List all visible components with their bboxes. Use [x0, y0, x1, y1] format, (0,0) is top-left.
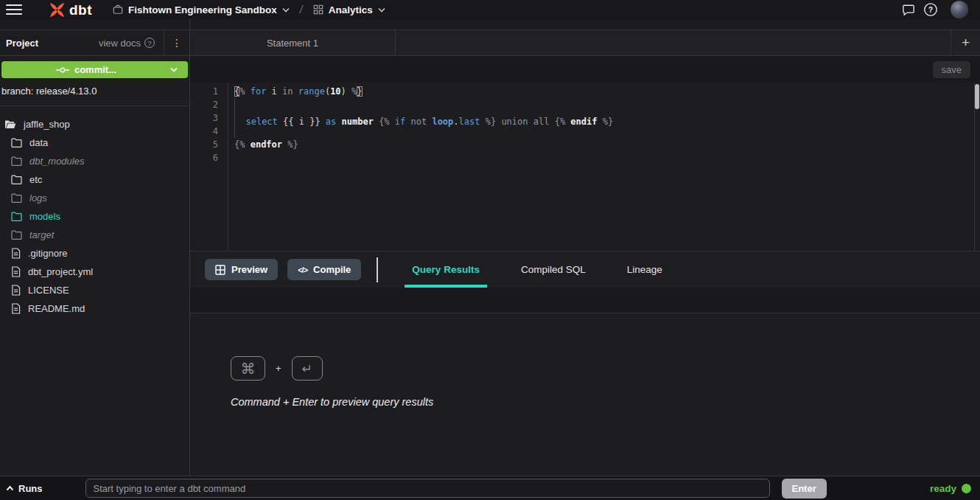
- folder-icon: [11, 175, 22, 184]
- tree-item-readme-md[interactable]: README.md: [0, 299, 189, 318]
- chevron-up-icon: [6, 485, 14, 491]
- tree-item-label: .gitignore: [28, 248, 67, 259]
- code-line-5: 5{% endfor %}: [190, 138, 980, 151]
- plus-icon: +: [962, 35, 970, 51]
- code-line-2: 2: [190, 98, 980, 111]
- tree-item-label: LICENSE: [28, 285, 69, 296]
- breadcrumb-separator: /: [300, 4, 303, 15]
- project-switcher[interactable]: Analytics: [313, 4, 385, 15]
- dbt-logo: dbt: [49, 1, 92, 18]
- folder-icon: [11, 212, 22, 221]
- tree-item-label: target: [29, 229, 54, 240]
- tree-item-label: etc: [29, 174, 42, 185]
- save-button[interactable]: save: [933, 61, 970, 78]
- editor-tab-label: Statement 1: [267, 38, 318, 49]
- git-commit-icon: [55, 66, 70, 74]
- dbt-pinwheel-icon: [49, 1, 66, 18]
- tree-item-etc[interactable]: etc: [0, 170, 189, 189]
- file-tree: jaffle_shopdatadbt_modulesetclogsmodelst…: [0, 106, 189, 318]
- status-label: ready: [930, 483, 956, 494]
- tree-item-license[interactable]: LICENSE: [0, 281, 189, 299]
- line-number: 1: [190, 85, 218, 98]
- tree-item-target[interactable]: target: [0, 226, 189, 244]
- tree-item-dbt-modules[interactable]: dbt_modules: [0, 152, 189, 170]
- line-number: 6: [190, 151, 218, 164]
- chat-icon[interactable]: [897, 1, 920, 18]
- tree-item-dbt-project-yml[interactable]: dbt_project.yml: [0, 263, 189, 281]
- commit-button[interactable]: commit...: [1, 61, 188, 78]
- file-icon: [11, 285, 21, 296]
- runs-toggle[interactable]: Runs: [6, 483, 43, 494]
- chevron-down-icon: [282, 7, 290, 13]
- chevron-down-icon: [170, 67, 178, 72]
- code-line-3: 3 select {{ i }} as number {% if not loo…: [190, 111, 980, 125]
- tree-item-label: README.md: [28, 303, 85, 314]
- editor-tab-bar: Statement 1 +: [190, 29, 980, 56]
- runs-label: Runs: [18, 483, 43, 494]
- code-editor[interactable]: 1{% for i in range(10) %}23 select {{ i …: [190, 83, 980, 251]
- account-switcher[interactable]: Fishtown Engineering Sandbox: [113, 4, 290, 15]
- tree-item-logs[interactable]: logs: [0, 189, 189, 207]
- project-sidebar: Project view docs ? ⋮ commit...: [0, 19, 190, 476]
- dbt-wordmark: dbt: [69, 3, 92, 17]
- user-avatar[interactable]: [951, 1, 968, 18]
- view-docs-link[interactable]: view docs ?: [99, 38, 155, 49]
- tree-item-label: data: [29, 137, 48, 148]
- project-name: Analytics: [329, 4, 373, 15]
- status-dot: [962, 484, 971, 493]
- kebab-menu-icon[interactable]: ⋮: [164, 38, 189, 48]
- tree-item-data[interactable]: data: [0, 133, 189, 152]
- line-number: 4: [190, 125, 218, 138]
- code-lines: 1{% for i in range(10) %}23 select {{ i …: [190, 83, 980, 164]
- branch-label: branch: release/4.13.0: [0, 78, 189, 106]
- hamburger-menu-icon[interactable]: [0, 4, 28, 15]
- main-panel: Statement 1 + save 1{% for i in range(10…: [190, 19, 980, 476]
- results-header: Preview </> Compile Query ResultsCompile…: [190, 251, 980, 288]
- tree-item-label: logs: [29, 192, 47, 204]
- editor-scrollbar[interactable]: [974, 83, 980, 251]
- dbt-command-input[interactable]: [85, 479, 770, 498]
- top-nav-bar: dbt Fishtown Engineering Sandbox / Analy…: [0, 0, 980, 19]
- enter-button[interactable]: Enter: [782, 479, 827, 499]
- editor-scrollbar-thumb[interactable]: [975, 84, 979, 109]
- tree-item--gitignore[interactable]: .gitignore: [0, 244, 189, 263]
- tab-query-results[interactable]: Query Results: [405, 251, 487, 288]
- svg-text:?: ?: [928, 6, 933, 14]
- editor-tab-statement-1[interactable]: Statement 1: [190, 30, 396, 55]
- compile-button[interactable]: </> Compile: [287, 259, 361, 280]
- empty-state-caption: Command + Enter to preview query results: [231, 396, 433, 408]
- help-circle-icon: ?: [144, 38, 155, 48]
- workspace: Project view docs ? ⋮ commit...: [0, 19, 980, 476]
- table-icon: [215, 265, 225, 275]
- folder-icon: [11, 230, 22, 240]
- results-tabs: Query ResultsCompiled SQLLineage: [405, 251, 669, 288]
- line-number: 2: [190, 98, 218, 111]
- tab-lineage[interactable]: Lineage: [620, 251, 670, 288]
- folder-icon: [11, 193, 22, 203]
- preview-button[interactable]: Preview: [205, 259, 278, 280]
- new-tab-button[interactable]: +: [951, 30, 980, 55]
- grid-icon: [313, 4, 323, 15]
- file-icon: [11, 248, 21, 259]
- tree-item-label: dbt_modules: [29, 156, 84, 167]
- results-meta-strip: [190, 288, 980, 313]
- editor-toolbar: save: [190, 56, 980, 83]
- help-icon[interactable]: ?: [920, 1, 942, 18]
- code-icon: </>: [298, 265, 307, 274]
- code-line-1: 1{% for i in range(10) %}: [190, 85, 980, 98]
- tree-item-jaffle-shop[interactable]: jaffle_shop: [0, 115, 189, 133]
- folder-icon: [11, 138, 22, 147]
- status-indicator: ready: [930, 483, 974, 494]
- tab-bar-spacer: [396, 30, 951, 55]
- results-empty-state: ⌘ + ↵ Command + Enter to preview query r…: [231, 356, 433, 408]
- tree-item-label: models: [29, 211, 60, 222]
- file-icon: [11, 303, 21, 314]
- tree-item-models[interactable]: models: [0, 207, 189, 226]
- commit-button-label: commit...: [74, 64, 116, 75]
- plus-separator: +: [276, 363, 281, 374]
- preview-button-label: Preview: [231, 264, 267, 275]
- folder-open-icon: [4, 119, 16, 129]
- command-key-icon: ⌘: [231, 356, 265, 381]
- sidebar-title: Project: [6, 38, 38, 49]
- tab-compiled-sql[interactable]: Compiled SQL: [514, 251, 593, 288]
